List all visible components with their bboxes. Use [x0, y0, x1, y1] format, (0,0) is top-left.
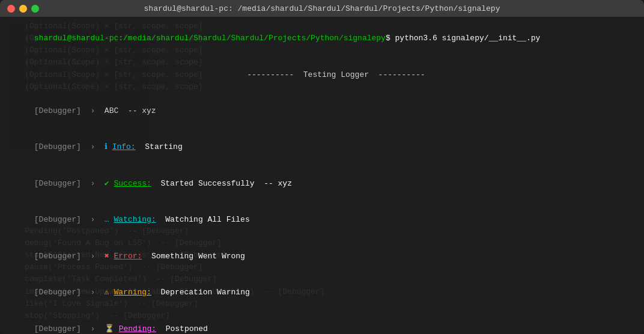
traffic-lights — [7, 5, 39, 13]
maximize-button[interactable] — [31, 5, 39, 13]
testing-logger-line: ---------- Testing Logger ---------- — [6, 56, 638, 93]
log-line-pending: [Debugger] › ⏳ Pending: Postponed — [6, 311, 638, 334]
terminal-body[interactable]: (Optional(Scope) × [str, scope, scope] (… — [0, 17, 644, 334]
log-line-error: [Debugger] › ✖ Error: Something Went Wro… — [6, 238, 638, 275]
window-title: shardul@shardul-pc: /media/shardul/Shard… — [144, 4, 500, 13]
log-line-info: [Debugger] › ℹ Info: Starting — [6, 129, 638, 165]
prompt-green: shardul@shardul-pc:/media/shardul/Shardu… — [34, 34, 386, 43]
titlebar: shardul@shardul-pc: /media/shardul/Shard… — [0, 0, 644, 17]
log-line-warning: [Debugger] › ⚠ Warning: Deprecation Warn… — [6, 275, 638, 311]
command-line: shardul@shardul-pc:/media/shardul/Shardu… — [6, 20, 638, 56]
close-button[interactable] — [7, 5, 15, 13]
terminal-window: shardul@shardul-pc: /media/shardul/Shard… — [0, 0, 644, 334]
prompt-symbol: $ python3.6 signalepy/__init__.py — [386, 34, 540, 43]
log-line-success: [Debugger] › ✔ Success: Started Successf… — [6, 166, 638, 202]
log-line-abc: [Debugger] › ABC -- xyz — [6, 93, 638, 129]
log-line-watching: [Debugger] › … Watching: Watching All Fi… — [6, 202, 638, 238]
minimize-button[interactable] — [19, 5, 27, 13]
